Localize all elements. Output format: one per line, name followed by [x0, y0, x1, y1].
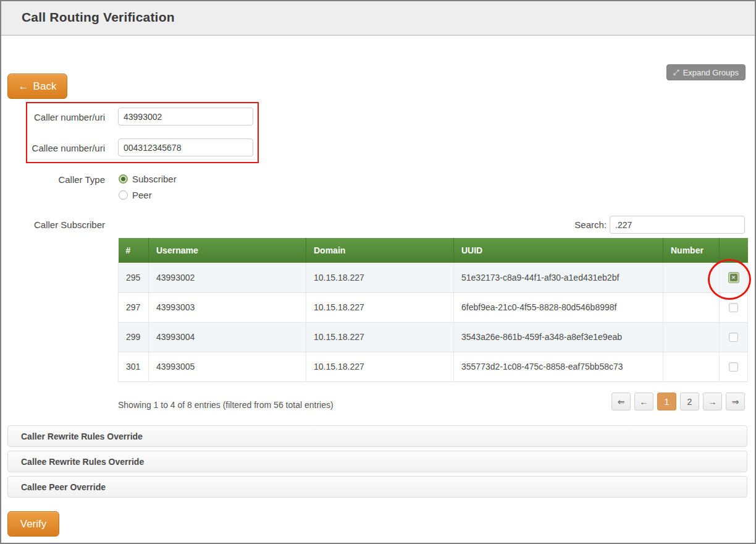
col-header-domain[interactable]: Domain: [306, 238, 454, 263]
cell-domain: 10.15.18.227: [306, 292, 454, 322]
cell-id: 299: [119, 322, 149, 352]
pagination-page-1-button[interactable]: 1: [657, 393, 676, 410]
col-header-select: [720, 238, 748, 263]
col-header-id[interactable]: #: [119, 238, 149, 263]
subscriber-table: # Username Domain UUID Number 295 439930…: [118, 238, 748, 382]
cell-number: [663, 322, 720, 352]
col-header-uuid[interactable]: UUID: [454, 238, 663, 263]
radio-subscriber-label: Subscriber: [132, 174, 177, 184]
cell-number: [663, 292, 720, 322]
cell-uuid: 6febf9ea-21c0-4f55-8828-80d546b8998f: [454, 292, 663, 322]
back-label: Back: [33, 80, 57, 93]
table-summary: Showing 1 to 4 of 8 entries (filtered fr…: [118, 400, 334, 410]
search-container: Search:: [574, 216, 745, 234]
table-row[interactable]: 295 43993002 10.15.18.227 51e32173-c8a9-…: [119, 263, 748, 292]
search-label: Search:: [574, 219, 607, 230]
cell-domain: 10.15.18.227: [306, 263, 454, 292]
cell-number: [663, 352, 720, 381]
row-checkbox[interactable]: [729, 303, 738, 312]
page-title: Call Routing Verification: [22, 10, 175, 25]
cell-number: [663, 263, 720, 292]
table-row[interactable]: 297 43993003 10.15.18.227 6febf9ea-21c0-…: [119, 292, 748, 322]
callee-number-input[interactable]: [118, 138, 253, 156]
expand-groups-label: Expand Groups: [683, 68, 739, 77]
pagination-first-button[interactable]: ⇐: [611, 393, 631, 410]
radio-subscriber-icon[interactable]: [119, 174, 128, 184]
cell-domain: 10.15.18.227: [306, 352, 454, 381]
caller-number-label: Caller number/uri: [7, 112, 105, 122]
cell-username: 43993003: [149, 292, 306, 322]
row-checkbox[interactable]: [729, 333, 738, 342]
cell-username: 43993005: [149, 352, 306, 381]
caller-subscriber-label: Caller Subscriber: [7, 219, 105, 230]
col-header-number[interactable]: Number: [663, 238, 720, 263]
cell-id: 295: [119, 263, 149, 292]
expand-groups-button[interactable]: ⤢ Expand Groups: [666, 64, 746, 80]
call-routing-verification-page: Call Routing Verification ⤢ Expand Group…: [0, 0, 756, 544]
accordion-label: Caller Rewrite Rules Override: [21, 431, 143, 441]
accordion-callee-rewrite-rules[interactable]: Callee Rewrite Rules Override: [7, 451, 747, 472]
table-row[interactable]: 301 43993005 10.15.18.227 355773d2-1c08-…: [119, 352, 748, 381]
caller-type-option-peer[interactable]: Peer: [119, 190, 152, 200]
search-input[interactable]: [610, 216, 745, 234]
expand-icon: ⤢: [673, 68, 679, 77]
row-checkbox[interactable]: [729, 362, 738, 372]
cell-username: 43993002: [149, 263, 306, 292]
titlebar: Call Routing Verification: [1, 1, 755, 36]
verify-label: Verify: [20, 518, 47, 530]
table-row[interactable]: 299 43993004 10.15.18.227 3543a26e-861b-…: [119, 322, 748, 352]
cell-username: 43993004: [149, 322, 306, 352]
accordion-caller-rewrite-rules[interactable]: Caller Rewrite Rules Override: [7, 425, 747, 447]
caller-number-input[interactable]: [118, 108, 253, 125]
caller-type-option-subscriber[interactable]: Subscriber: [119, 174, 177, 184]
cell-uuid: 3543a26e-861b-459f-a348-a8ef3e1e9eab: [454, 322, 663, 352]
col-header-username[interactable]: Username: [149, 238, 306, 263]
pagination-last-button[interactable]: ⇒: [726, 393, 745, 410]
row-checkbox-checked[interactable]: ✕: [728, 272, 739, 283]
pagination: ⇐ ← 1 2 → ⇒: [611, 393, 745, 410]
cell-domain: 10.15.18.227: [306, 322, 454, 352]
back-button[interactable]: ← Back: [7, 74, 67, 99]
callee-number-label: Callee number/uri: [7, 143, 105, 153]
accordion-label: Callee Peer Override: [21, 482, 106, 492]
accordion-label: Callee Rewrite Rules Override: [21, 457, 144, 467]
cell-uuid: 355773d2-1c08-475c-8858-eaf75bb58c73: [454, 352, 663, 381]
radio-peer-icon[interactable]: [119, 190, 128, 200]
verify-button[interactable]: Verify: [7, 511, 59, 537]
caller-type-label: Caller Type: [7, 174, 105, 185]
back-arrow-icon: ←: [19, 80, 29, 93]
cell-uuid: 51e32173-c8a9-44f1-af30-a1ed431eb2bf: [454, 263, 663, 292]
accordion-callee-peer-override[interactable]: Callee Peer Override: [7, 476, 747, 498]
table-header-row: # Username Domain UUID Number: [119, 238, 748, 263]
pagination-page-2-button[interactable]: 2: [680, 393, 699, 410]
cell-id: 301: [119, 352, 149, 381]
cell-id: 297: [119, 292, 149, 322]
radio-peer-label: Peer: [132, 190, 152, 200]
checkbox-check-icon: ✕: [730, 274, 737, 281]
pagination-next-button[interactable]: →: [703, 393, 722, 410]
pagination-prev-button[interactable]: ←: [634, 393, 653, 410]
